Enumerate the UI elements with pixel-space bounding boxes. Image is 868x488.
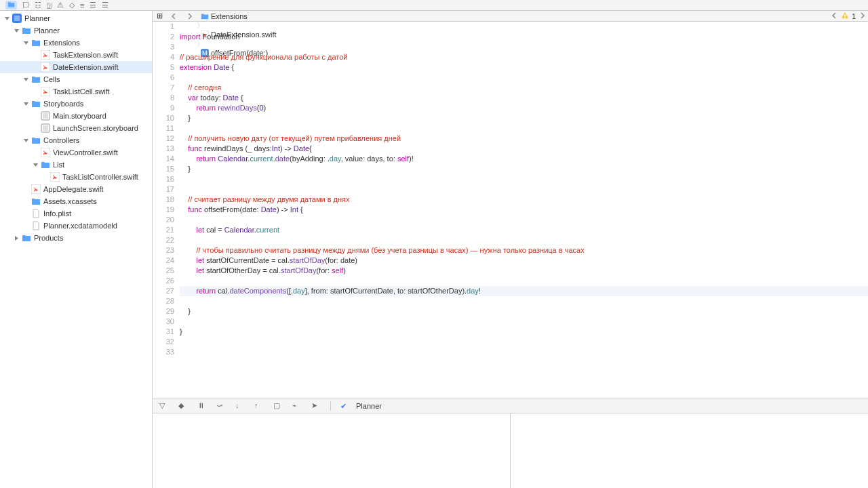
tree-item[interactable]: Info.plist <box>0 207 152 220</box>
line-number[interactable]: 11 <box>153 123 174 134</box>
symbol-tab[interactable]: ☷ <box>35 1 41 9</box>
code-line[interactable] <box>180 337 868 347</box>
issue-tab[interactable]: ⚠ <box>57 1 64 9</box>
code-line[interactable] <box>180 22 868 32</box>
scm-tab[interactable]: ☐ <box>22 1 29 9</box>
code-line[interactable]: // получить новую дату (от текущей) путе… <box>180 134 868 144</box>
line-number[interactable]: 22 <box>153 235 174 245</box>
related-items-icon[interactable]: ⊞ <box>153 12 167 20</box>
tree-item[interactable]: Planner.xcdatamodeld <box>0 220 152 232</box>
line-number[interactable]: 23 <box>153 245 174 256</box>
tree-item[interactable]: Assets.xcassets <box>0 195 152 207</box>
code-line[interactable] <box>180 184 868 195</box>
code-line[interactable] <box>180 123 868 134</box>
line-number[interactable]: 12 <box>153 134 174 144</box>
breakpoints-toggle-icon[interactable]: ◆ <box>178 401 188 411</box>
disclosure-triangle-icon[interactable] <box>23 77 29 83</box>
code-line[interactable]: } <box>180 306 868 317</box>
code-line[interactable] <box>180 296 868 306</box>
step-into-icon[interactable]: ↓ <box>235 401 245 411</box>
test-tab[interactable]: ◇ <box>69 1 75 9</box>
line-number[interactable]: 28 <box>153 296 174 306</box>
console-view[interactable] <box>511 413 868 488</box>
code-line[interactable]: func rewindDays (_ days:Int) -> Date{ <box>180 144 868 154</box>
forward-button[interactable] <box>182 13 197 20</box>
code-line[interactable]: return Calendar.current.date(byAdding: .… <box>180 154 868 164</box>
code-line[interactable]: import Foundation <box>180 32 868 42</box>
line-number[interactable]: 14 <box>153 154 174 164</box>
variables-view[interactable] <box>153 413 511 488</box>
view-icon[interactable]: ▢ <box>273 401 283 411</box>
tree-item[interactable]: List <box>0 159 152 171</box>
line-number[interactable]: 16 <box>153 174 174 184</box>
disclosure-triangle-icon[interactable] <box>33 162 39 168</box>
code-line[interactable]: return rewindDays(0) <box>180 103 868 113</box>
tree-item[interactable]: AppDelegate.swift <box>0 183 152 195</box>
line-number[interactable]: 33 <box>153 347 174 357</box>
line-number[interactable]: 7 <box>153 83 174 93</box>
code-line[interactable]: // считает разницу между двумя датами в … <box>180 195 868 205</box>
pause-icon[interactable]: ⏸ <box>197 401 207 411</box>
step-out-icon[interactable]: ↑ <box>254 401 264 411</box>
tree-item[interactable]: ViewController.swift <box>0 146 152 159</box>
tree-item[interactable]: Planner <box>0 24 152 37</box>
code-line[interactable] <box>180 276 868 286</box>
disclosure-triangle-icon[interactable] <box>14 28 20 34</box>
code-line[interactable]: var today: Date { <box>180 93 868 103</box>
find-tab[interactable]: ⍰ <box>47 1 52 9</box>
line-number[interactable]: 27 <box>153 286 174 296</box>
project-navigator[interactable]: PlannerPlannerExtensionsTaskExtension.sw… <box>0 11 153 488</box>
line-number[interactable]: 8 <box>153 93 174 103</box>
line-number[interactable]: 4 <box>153 52 174 62</box>
tree-item[interactable]: Cells <box>0 73 152 85</box>
disclosure-triangle-icon[interactable] <box>14 235 20 241</box>
line-number[interactable]: 13 <box>153 144 174 154</box>
line-number[interactable]: 2 <box>153 32 174 42</box>
code-line[interactable]: let startOfOtherDay = cal.startOfDay(for… <box>180 266 868 276</box>
line-number[interactable]: 24 <box>153 256 174 266</box>
code-line[interactable]: extension Date { <box>180 62 868 73</box>
line-number[interactable]: 9 <box>153 103 174 113</box>
code-line[interactable]: // расширение для функционала работы с д… <box>180 52 868 62</box>
tree-item[interactable]: Main.storyboard <box>0 110 152 122</box>
disclosure-triangle-icon[interactable] <box>4 16 10 22</box>
line-number[interactable]: 3 <box>153 42 174 52</box>
line-number[interactable]: 18 <box>153 195 174 205</box>
line-number[interactable]: 29 <box>153 306 174 317</box>
disclosure-triangle-icon[interactable] <box>23 138 29 144</box>
code-line[interactable]: } <box>180 113 868 123</box>
code-line[interactable] <box>180 347 868 357</box>
disclosure-triangle-icon[interactable] <box>23 101 29 107</box>
memory-icon[interactable]: ⌁ <box>292 401 302 411</box>
code-line[interactable] <box>180 174 868 184</box>
line-number[interactable]: 19 <box>153 205 174 215</box>
code-line[interactable] <box>180 235 868 245</box>
source-editor[interactable]: 1234567891011121314151617181920212223242… <box>153 22 868 399</box>
code-line[interactable] <box>180 215 868 225</box>
tree-item[interactable]: Products <box>0 232 152 244</box>
code-line[interactable]: // чтобы правильно считать разницу между… <box>180 245 868 256</box>
tree-item[interactable]: DateExtension.swift <box>0 61 152 73</box>
report-tab[interactable]: ☰ <box>102 1 108 9</box>
code-line[interactable]: let cal = Calendar.current <box>180 225 868 235</box>
tree-item[interactable]: TaskListController.swift <box>0 171 152 183</box>
back-button[interactable] <box>167 13 182 20</box>
line-number[interactable]: 20 <box>153 215 174 225</box>
line-number[interactable]: 32 <box>153 337 174 347</box>
code-line[interactable]: let startOfCurrentDate = cal.startOfDay(… <box>180 256 868 266</box>
code-line[interactable]: } <box>180 327 868 337</box>
tree-item[interactable]: LaunchScreen.storyboard <box>0 122 152 134</box>
tree-item[interactable]: TaskListCell.swift <box>0 85 152 98</box>
line-number[interactable]: 1 <box>153 22 174 32</box>
warning-prev-icon[interactable] <box>831 12 838 20</box>
tree-item[interactable]: Extensions <box>0 37 152 49</box>
line-number[interactable]: 5 <box>153 62 174 73</box>
code-line[interactable] <box>180 73 868 83</box>
tree-item[interactable]: TaskExtension.swift <box>0 49 152 61</box>
line-number[interactable]: 6 <box>153 73 174 83</box>
line-number[interactable]: 21 <box>153 225 174 235</box>
breadcrumb-segment[interactable]: Extensions <box>197 12 281 20</box>
code-line[interactable]: return cal.dateComponents([.day], from: … <box>180 286 868 296</box>
hide-debug-icon[interactable]: ▽ <box>159 401 169 411</box>
code-line[interactable] <box>180 317 868 327</box>
